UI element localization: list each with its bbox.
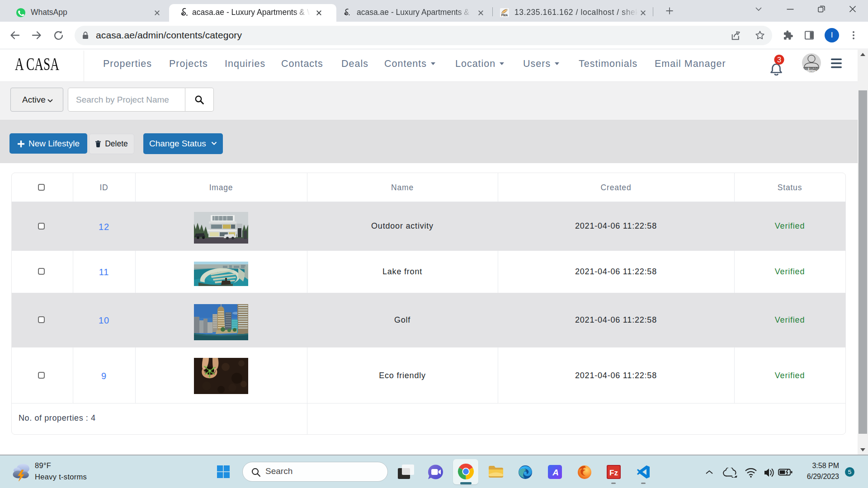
svg-text:PMA: PMA <box>501 14 508 17</box>
svg-text:available: available <box>804 70 819 72</box>
svg-text:Fz: Fz <box>609 469 618 477</box>
svg-text:3: 3 <box>777 56 781 64</box>
svg-text:A: A <box>552 468 559 477</box>
